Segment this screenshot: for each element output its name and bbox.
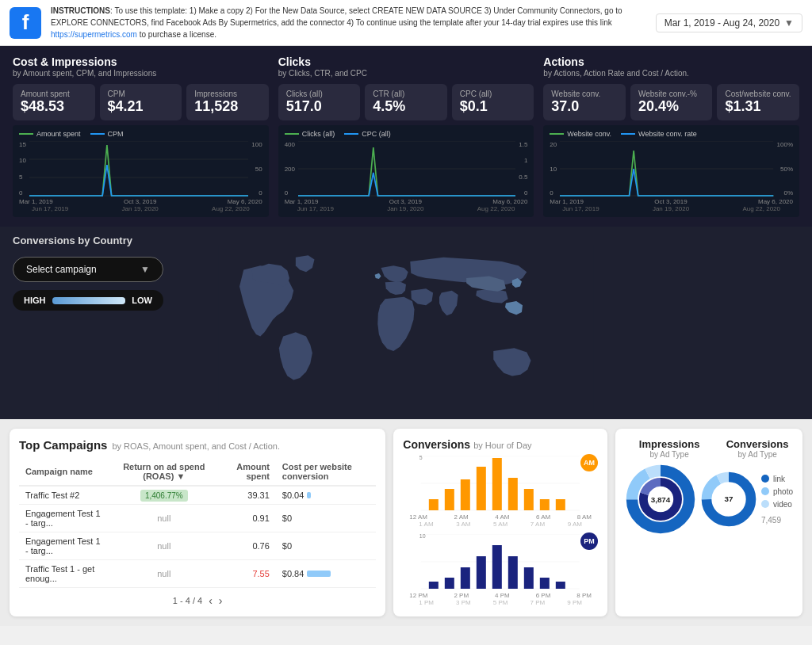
cost-impressions-group: Cost & Impressions by Amount spent, CPM,…	[13, 55, 269, 217]
map-section: Conversions by Country Select campaign ▼…	[0, 227, 812, 419]
cpc-card: CPC (all) $0.1	[452, 84, 534, 120]
website-conv-pct-card: Website conv.-% 20.4%	[630, 84, 713, 120]
amount-spent-card: Amount spent $48.53	[13, 84, 95, 120]
cost-cell: $0.04	[276, 486, 377, 505]
col-amount: Amount spent	[216, 458, 276, 486]
svg-rect-28	[429, 582, 439, 589]
header: f INSTRUCTIONS: To use this template: 1)…	[0, 0, 812, 46]
cost-cell: $0	[276, 532, 377, 560]
color-scale-bar: HIGH LOW	[13, 290, 163, 311]
website-conv-pct-value: 20.4%	[638, 98, 705, 115]
chevron-down-icon: ▼	[784, 17, 794, 29]
svg-rect-31	[477, 556, 486, 589]
clicks-card: Clicks (all) 517.0	[278, 84, 361, 120]
high-label: HIGH	[24, 296, 46, 305]
dropdown-arrow-icon: ▼	[140, 264, 150, 275]
cpm-card: CPM $4.21	[100, 84, 182, 120]
col-cost: Cost per website conversion	[276, 458, 377, 486]
supermetrics-link[interactable]: https://supermetrics.com	[51, 30, 137, 39]
campaigns-subtitle: by ROAS, Amount spent, and Cost / Action…	[112, 441, 280, 451]
campaign-name-cell: Traffic Test #2	[19, 486, 112, 505]
cpc-label: CPC (all)	[460, 90, 527, 98]
campaigns-title: Top Campaigns	[19, 438, 107, 452]
svg-rect-21	[524, 489, 534, 510]
cpm-value: $4.21	[108, 98, 174, 115]
svg-rect-34	[524, 567, 534, 589]
clicks-title: Clicks	[278, 55, 534, 68]
svg-rect-29	[445, 578, 454, 589]
pagination: 1 - 4 / 4 ‹ ›	[19, 594, 376, 607]
conversions-donut: 37	[701, 471, 756, 527]
roas-cell: null	[112, 560, 216, 588]
impressions-outer-value: 7,459	[761, 516, 793, 525]
cpm-label: CPM	[108, 90, 174, 98]
fb-logo: f	[10, 7, 41, 39]
photo-legend: photo	[773, 487, 793, 496]
cpc-value: $0.1	[460, 98, 527, 115]
actions-title: Actions	[543, 55, 799, 68]
date-range[interactable]: Mar 1, 2019 - Aug 24, 2020 ▼	[656, 13, 802, 32]
clicks-value: 517.0	[286, 98, 353, 115]
cost-website-conv-value: $1.31	[725, 98, 791, 115]
pagination-text: 1 - 4 / 4	[173, 596, 202, 605]
svg-rect-33	[508, 556, 518, 589]
campaign-name-cell: Engagement Test 1 - targ...	[19, 505, 112, 532]
legend-website-conv: Website conv.	[550, 130, 611, 138]
impressions-label: Impressions	[194, 90, 261, 98]
clicks-subtitle: by Clicks, CTR, and CPC	[278, 69, 534, 78]
adtype-legend: link photo video 7,459	[761, 475, 793, 525]
actions-subtitle: by Actions, Action Rate and Cost / Actio…	[543, 69, 799, 78]
legend-cpm: CPM	[90, 130, 124, 138]
svg-rect-36	[556, 582, 565, 589]
instructions-label: INSTRUCTIONS	[51, 6, 110, 15]
website-conv-value: 37.0	[551, 98, 618, 115]
next-page-button[interactable]: ›	[219, 594, 223, 607]
roas-cell: null	[112, 505, 216, 532]
hour-panel: Conversions by Hour of Day AM 5	[393, 429, 607, 616]
impressions-adtype-title: Impressions	[625, 438, 714, 450]
date-range-text: Mar 1, 2019 - Aug 24, 2020	[665, 17, 779, 29]
svg-rect-19	[492, 458, 502, 510]
impressions-card: Impressions 11,528	[186, 84, 269, 120]
impressions-donut: 3,874	[625, 464, 696, 535]
am-badge: AM	[580, 454, 598, 471]
table-row: Engagement Test 1 - targ... null 0.76 $0	[19, 532, 376, 560]
svg-text:5: 5	[419, 456, 423, 460]
cost-cell: $0	[276, 505, 377, 532]
impressions-adtype-subtitle: by Ad Type	[625, 450, 714, 459]
scale-gradient	[52, 297, 126, 304]
campaigns-panel: Top Campaigns by ROAS, Amount spent, and…	[10, 429, 385, 616]
clicks-chart: Clicks (all) CPC (all) 4002000	[278, 125, 534, 217]
instructions-text: INSTRUCTIONS: To use this template: 1) M…	[51, 5, 643, 40]
svg-rect-18	[477, 467, 486, 510]
cost-website-conv-card: Cost/website conv. $1.31	[717, 84, 799, 120]
svg-rect-15	[429, 499, 439, 510]
svg-rect-16	[445, 489, 454, 510]
amount-spent-value: $48.53	[21, 98, 87, 115]
roas-cell: null	[112, 532, 216, 560]
conversions-adtype-title: Conversions	[722, 438, 793, 450]
svg-text:3,874: 3,874	[651, 495, 671, 504]
campaigns-table: Campaign name Return on ad spend (ROAS) …	[19, 458, 376, 588]
svg-text:10: 10	[419, 534, 426, 539]
col-roas[interactable]: Return on ad spend (ROAS) ▼	[112, 458, 216, 486]
legend-amount-spent: Amount spent	[19, 130, 81, 138]
svg-rect-32	[492, 545, 502, 589]
svg-rect-22	[540, 499, 550, 510]
clicks-label: Clicks (all)	[286, 90, 353, 98]
clicks-group: Clicks by Clicks, CTR, and CPC Clicks (a…	[278, 55, 534, 217]
bottom-section: Top Campaigns by ROAS, Amount spent, and…	[0, 419, 812, 626]
svg-rect-17	[461, 479, 470, 510]
cost-website-conv-label: Cost/website conv.	[725, 90, 791, 98]
instructions-end: to purchase a license.	[137, 30, 216, 39]
svg-rect-23	[556, 499, 565, 510]
campaign-select[interactable]: Select campaign ▼	[13, 257, 163, 282]
prev-page-button[interactable]: ‹	[209, 594, 213, 607]
instructions-body: : To use this template: 1) Make a copy 2…	[51, 6, 622, 27]
map-controls: Select campaign ▼ HIGH LOW	[13, 257, 163, 311]
website-conv-card: Website conv. 37.0	[543, 84, 626, 120]
ctr-label: CTR (all)	[373, 90, 439, 98]
website-conv-pct-label: Website conv.-%	[638, 90, 705, 98]
cost-impressions-subtitle: by Amount spent, CPM, and Impressions	[13, 69, 269, 78]
conversions-adtype-subtitle: by Ad Type	[722, 450, 793, 459]
